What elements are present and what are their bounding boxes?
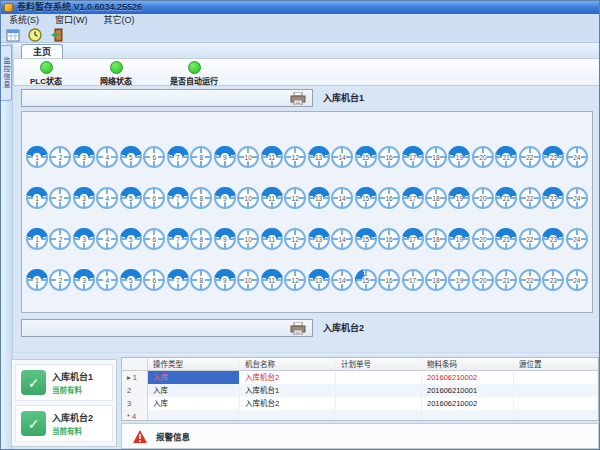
dial-slot-2[interactable]: 2 — [49, 146, 71, 168]
dial-slot-22[interactable]: 22 — [519, 269, 541, 291]
menu-window[interactable]: 窗口(W) — [47, 14, 96, 27]
dial-slot-1[interactable]: 1 — [26, 228, 48, 250]
dial-slot-18[interactable]: 18 — [425, 269, 447, 291]
exit-door-icon[interactable] — [49, 28, 64, 42]
dial-slot-6[interactable]: 6 — [143, 146, 165, 168]
dial-slot-6[interactable]: 6 — [143, 187, 165, 209]
table-cell[interactable] — [514, 384, 598, 397]
tab-home[interactable]: 主页 — [21, 44, 63, 58]
dial-slot-3[interactable]: 3 — [73, 269, 95, 291]
dial-slot-4[interactable]: 4 — [96, 146, 118, 168]
dial-slot-15[interactable]: 15 — [355, 269, 377, 291]
dial-slot-6[interactable]: 6 — [143, 269, 165, 291]
dial-slot-17[interactable]: 17 — [402, 269, 424, 291]
dial-slot-22[interactable]: 22 — [519, 146, 541, 168]
dial-slot-10[interactable]: 10 — [237, 269, 259, 291]
dial-slot-23[interactable]: 23 — [542, 146, 564, 168]
dial-slot-13[interactable]: 13 — [308, 228, 330, 250]
dial-slot-19[interactable]: 19 — [448, 187, 470, 209]
table-cell[interactable]: 201606210002 — [422, 397, 514, 410]
table-cell[interactable]: 201606210002 — [422, 371, 514, 384]
table-cell[interactable] — [514, 397, 598, 410]
dial-slot-12[interactable]: 12 — [284, 146, 306, 168]
table-cell[interactable]: 201606210001 — [422, 384, 514, 397]
table-cell[interactable] — [336, 410, 422, 421]
dial-slot-9[interactable]: 9 — [214, 228, 236, 250]
dial-slot-21[interactable]: 21 — [495, 146, 517, 168]
table-cell[interactable] — [514, 371, 598, 384]
dial-slot-10[interactable]: 10 — [237, 146, 259, 168]
station-card-machine1[interactable]: ✓ 入库机台1 当前有料 — [15, 364, 113, 401]
dial-slot-10[interactable]: 10 — [237, 228, 259, 250]
table-cell[interactable] — [422, 410, 514, 421]
table-cell[interactable] — [336, 384, 422, 397]
dial-slot-13[interactable]: 13 — [308, 269, 330, 291]
table-cell[interactable]: 入库机台2 — [240, 397, 336, 410]
dial-slot-20[interactable]: 20 — [472, 228, 494, 250]
dial-slot-4[interactable]: 4 — [96, 187, 118, 209]
dial-slot-8[interactable]: 8 — [190, 146, 212, 168]
dial-slot-24[interactable]: 24 — [566, 228, 588, 250]
dial-slot-9[interactable]: 9 — [214, 269, 236, 291]
dial-slot-19[interactable]: 19 — [448, 269, 470, 291]
menu-other[interactable]: 其它(O) — [96, 14, 143, 27]
dial-slot-17[interactable]: 17 — [402, 187, 424, 209]
table-cell[interactable] — [148, 410, 240, 421]
dial-slot-18[interactable]: 18 — [425, 228, 447, 250]
dial-slot-2[interactable]: 2 — [49, 228, 71, 250]
dial-slot-5[interactable]: 5 — [120, 269, 142, 291]
dial-slot-23[interactable]: 23 — [542, 187, 564, 209]
dial-slot-14[interactable]: 14 — [331, 187, 353, 209]
dial-slot-23[interactable]: 23 — [542, 269, 564, 291]
dial-slot-13[interactable]: 13 — [308, 187, 330, 209]
dial-slot-6[interactable]: 6 — [143, 228, 165, 250]
dial-slot-15[interactable]: 15 — [355, 146, 377, 168]
dial-slot-5[interactable]: 5 — [120, 187, 142, 209]
dial-slot-2[interactable]: 2 — [49, 187, 71, 209]
table-row-3[interactable]: 3入库入库机台2201606210002 — [122, 397, 598, 410]
dial-slot-23[interactable]: 23 — [542, 228, 564, 250]
dial-slot-24[interactable]: 24 — [566, 187, 588, 209]
dial-slot-3[interactable]: 3 — [73, 228, 95, 250]
table-cell[interactable] — [514, 410, 598, 421]
dial-slot-7[interactable]: 7 — [167, 146, 189, 168]
dial-slot-19[interactable]: 19 — [448, 228, 470, 250]
dial-slot-16[interactable]: 16 — [378, 187, 400, 209]
dial-slot-8[interactable]: 8 — [190, 187, 212, 209]
dial-slot-12[interactable]: 12 — [284, 269, 306, 291]
dial-slot-14[interactable]: 14 — [331, 228, 353, 250]
dial-slot-8[interactable]: 8 — [190, 228, 212, 250]
dial-slot-19[interactable]: 19 — [448, 146, 470, 168]
table-cell[interactable]: 入库机台1 — [240, 384, 336, 397]
dial-slot-10[interactable]: 10 — [237, 187, 259, 209]
dial-slot-13[interactable]: 13 — [308, 146, 330, 168]
dial-slot-11[interactable]: 11 — [261, 269, 283, 291]
dial-slot-4[interactable]: 4 — [96, 269, 118, 291]
dial-slot-4[interactable]: 4 — [96, 228, 118, 250]
horizontal-splitter[interactable] — [13, 352, 600, 355]
table-cell[interactable] — [240, 410, 336, 421]
dial-slot-24[interactable]: 24 — [566, 146, 588, 168]
side-tab-monitor[interactable]: 监控信息 — [1, 45, 12, 101]
dial-slot-20[interactable]: 20 — [472, 269, 494, 291]
table-cell[interactable]: 入库 — [148, 384, 240, 397]
table-cell[interactable]: 入库 — [148, 371, 240, 384]
machine1-print-button[interactable] — [21, 89, 313, 107]
dial-slot-20[interactable]: 20 — [472, 146, 494, 168]
table-cell[interactable]: 入库机台2 — [240, 371, 336, 384]
menu-system[interactable]: 系统(S) — [1, 14, 47, 27]
dial-slot-1[interactable]: 1 — [26, 269, 48, 291]
table-row-1[interactable]: ▸ 1入库入库机台2201606210002 — [122, 371, 598, 384]
dial-slot-8[interactable]: 8 — [190, 269, 212, 291]
dial-slot-12[interactable]: 12 — [284, 228, 306, 250]
dial-slot-7[interactable]: 7 — [167, 269, 189, 291]
dial-slot-15[interactable]: 15 — [355, 228, 377, 250]
table-cell[interactable]: 入库 — [148, 397, 240, 410]
dial-slot-9[interactable]: 9 — [214, 146, 236, 168]
table-cell[interactable] — [336, 371, 422, 384]
calendar-icon[interactable] — [5, 28, 20, 42]
dial-slot-18[interactable]: 18 — [425, 146, 447, 168]
dial-slot-18[interactable]: 18 — [425, 187, 447, 209]
dial-slot-1[interactable]: 1 — [26, 187, 48, 209]
dial-slot-16[interactable]: 16 — [378, 228, 400, 250]
